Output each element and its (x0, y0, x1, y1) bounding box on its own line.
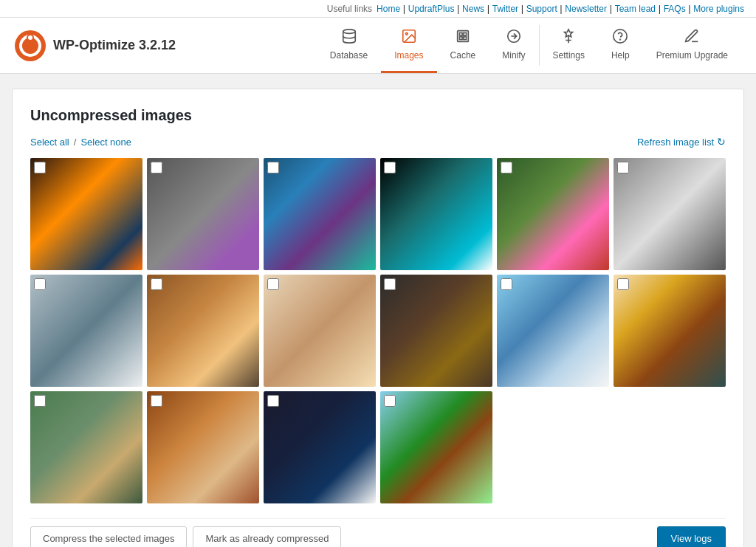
image-cell (614, 275, 726, 387)
image-checkbox[interactable] (384, 395, 396, 407)
svg-point-3 (28, 35, 32, 40)
nav-label-database: Database (330, 50, 368, 61)
image-cell (380, 158, 492, 270)
page-title: Uncompressed images (30, 107, 726, 124)
nav-item-help[interactable]: Help (598, 18, 643, 73)
svg-rect-11 (464, 37, 467, 40)
svg-rect-10 (459, 37, 462, 40)
mark-compressed-button[interactable]: Mark as already compressed (193, 526, 341, 547)
select-links: Select all / Select none (30, 137, 131, 148)
image-placeholder (264, 158, 376, 270)
topbar-link-moreplugins[interactable]: More plugins (693, 4, 744, 14)
topbar-link-news[interactable]: News (462, 4, 484, 14)
image-checkbox[interactable] (34, 278, 46, 290)
image-checkbox[interactable] (267, 395, 279, 407)
header: WP-Optimize 3.2.12 Database Images (0, 18, 756, 74)
image-cell (264, 391, 376, 503)
image-placeholder (264, 391, 376, 503)
compress-button[interactable]: Compress the selected images (30, 526, 187, 547)
image-cell (380, 275, 492, 387)
image-checkbox[interactable] (501, 162, 512, 173)
refresh-link[interactable]: Refresh image list ↻ (637, 136, 726, 148)
minify-icon (506, 28, 522, 47)
image-checkbox[interactable] (34, 395, 46, 407)
image-grid (30, 158, 726, 503)
image-checkbox[interactable] (151, 395, 162, 407)
image-placeholder (497, 158, 609, 270)
image-cell (30, 391, 142, 503)
image-placeholder (264, 275, 376, 387)
image-cell (30, 275, 142, 387)
image-placeholder (614, 158, 726, 270)
svg-point-13 (614, 30, 627, 43)
select-none-link[interactable]: Select none (80, 137, 131, 148)
nav-label-help: Help (611, 50, 630, 61)
svg-rect-9 (464, 32, 467, 35)
content-box: Uncompressed images Select all / Select … (12, 89, 744, 547)
image-cell (497, 275, 609, 387)
separator: / (74, 137, 77, 148)
image-checkbox[interactable] (384, 162, 396, 173)
premium-icon (684, 28, 700, 47)
image-placeholder (147, 158, 259, 270)
image-checkbox[interactable] (267, 162, 279, 173)
nav-item-premium[interactable]: Premium Upgrade (643, 18, 741, 73)
image-placeholder (30, 391, 142, 503)
settings-icon (560, 28, 577, 47)
topbar-link-home[interactable]: Home (377, 4, 400, 14)
image-cell (147, 391, 259, 503)
nav-label-cache: Cache (450, 50, 476, 61)
svg-point-14 (620, 39, 621, 40)
image-checkbox[interactable] (34, 162, 46, 173)
image-checkbox[interactable] (617, 162, 629, 173)
action-buttons: Compress the selected images Mark as alr… (30, 526, 341, 547)
topbar-link-support[interactable]: Support (526, 4, 557, 14)
nav-label-minify: Minify (502, 50, 525, 61)
topbar-link-updraftplus[interactable]: UpdraftPlus (408, 4, 455, 14)
main-content: Uncompressed images Select all / Select … (0, 89, 756, 547)
nav-label-images: Images (394, 50, 423, 61)
topbar-links: Home | UpdraftPlus | News | Twitter | Su… (377, 3, 744, 14)
image-placeholder (147, 391, 259, 503)
image-checkbox[interactable] (384, 278, 396, 290)
nav-item-minify[interactable]: Minify (489, 18, 538, 73)
image-checkbox[interactable] (151, 278, 162, 290)
image-cell (147, 158, 259, 270)
nav-item-database[interactable]: Database (317, 18, 381, 73)
image-placeholder (614, 275, 726, 387)
image-checkbox[interactable] (151, 162, 162, 173)
nav-item-settings[interactable]: Settings (540, 18, 598, 73)
view-logs-button[interactable]: View logs (657, 526, 726, 547)
select-controls: Select all / Select none Refresh image l… (30, 136, 726, 148)
svg-point-6 (405, 32, 408, 35)
image-cell (147, 275, 259, 387)
images-icon (401, 28, 417, 47)
nav-item-images[interactable]: Images (381, 18, 436, 73)
nav-label-premium: Premium Upgrade (656, 50, 728, 61)
image-cell (614, 158, 726, 270)
logo-icon (15, 30, 46, 61)
svg-rect-8 (459, 32, 462, 35)
select-all-link[interactable]: Select all (30, 137, 69, 148)
image-placeholder (380, 275, 492, 387)
refresh-icon: ↻ (717, 136, 726, 148)
database-icon (341, 28, 357, 47)
refresh-label: Refresh image list (637, 137, 714, 148)
useful-links-label: Useful links (327, 4, 372, 14)
image-checkbox[interactable] (267, 278, 279, 290)
image-placeholder (147, 275, 259, 387)
image-checkbox[interactable] (501, 278, 512, 290)
topbar-link-newsletter[interactable]: Newsletter (565, 4, 607, 14)
topbar-link-twitter[interactable]: Twitter (492, 4, 518, 14)
image-checkbox[interactable] (617, 278, 629, 290)
image-cell (497, 158, 609, 270)
help-icon (612, 28, 628, 47)
main-nav: Database Images (317, 18, 741, 73)
topbar-link-teamlead[interactable]: Team lead (615, 4, 656, 14)
svg-point-4 (343, 30, 355, 34)
logo-area: WP-Optimize 3.2.12 (15, 20, 176, 72)
topbar-link-faqs[interactable]: FAQs (664, 4, 686, 14)
image-cell (380, 391, 492, 503)
nav-item-cache[interactable]: Cache (437, 18, 489, 73)
nav-label-settings: Settings (553, 50, 585, 61)
